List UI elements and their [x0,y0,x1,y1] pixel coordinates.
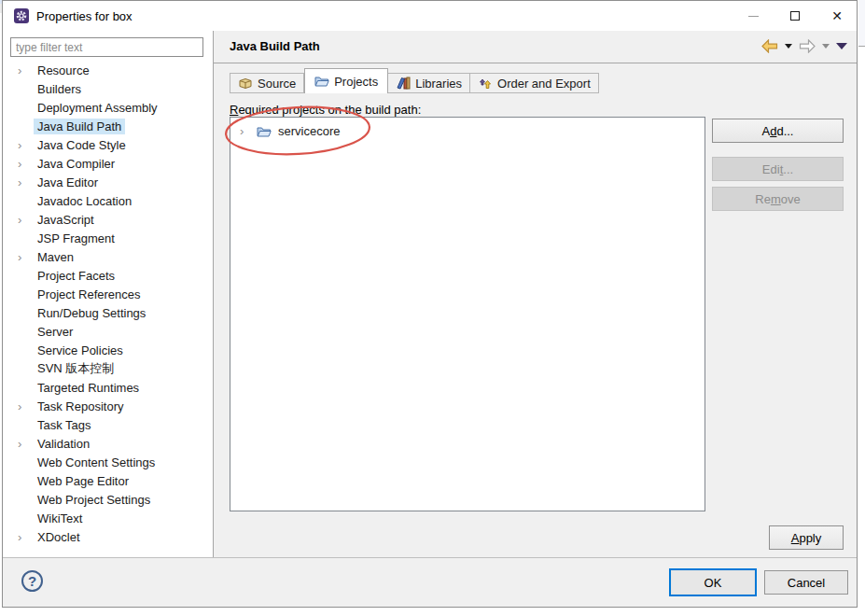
maximize-button[interactable] [788,9,802,22]
required-projects-label: Required projects on the build path: [230,103,421,117]
ok-button[interactable]: OK [671,570,755,595]
add-button[interactable]: Add... [712,119,844,143]
question-mark-icon: ? [28,573,36,589]
sidebar-item-label: Web Content Settings [34,455,159,470]
tab-order-and-export[interactable]: Order and Export [470,73,599,93]
chevron-right-icon[interactable]: › [18,399,34,413]
sidebar-item-label: Java Code Style [34,137,130,153]
sidebar-item[interactable]: › Builders [3,79,212,98]
edit-button[interactable]: Edit... [712,157,844,181]
sidebar-item[interactable]: › Project Facets [3,266,212,285]
sidebar-item[interactable]: › WikiText [3,509,212,527]
sidebar-item-label: Task Repository [34,399,127,414]
screenshot-root: Properties for box ✕ › Resource › [0,0,865,616]
sidebar-item-label: Task Tags [34,417,95,433]
sidebar-item[interactable]: › Server [3,322,212,341]
close-button[interactable]: ✕ [830,9,844,22]
sidebar-item-label: Service Policies [34,343,127,358]
tab-label: Projects [334,75,378,89]
sidebar-item[interactable]: › Web Page Editor [3,471,212,490]
sidebar-item[interactable]: › XDoclet [3,527,212,546]
sidebar: › Resource › Builders › Deployment Assem… [3,31,214,558]
sidebar-item[interactable]: › Run/Debug Settings [3,303,212,322]
chevron-right-icon[interactable]: › [18,213,34,227]
sidebar-item-label: Server [34,324,77,340]
sidebar-item[interactable]: › Javadoc Location [3,191,212,210]
chevron-right-icon[interactable]: › [18,157,34,171]
sidebar-item[interactable]: › SVN 版本控制 [3,359,212,378]
sidebar-item[interactable]: › Deployment Assembly [3,98,212,117]
sidebar-item[interactable]: › Web Project Settings [3,490,212,509]
history-nav [761,39,847,53]
back-history-dropdown-icon[interactable] [785,44,792,49]
remove-button[interactable]: Remove [712,187,844,211]
chevron-right-icon[interactable]: › [240,124,253,138]
sidebar-item[interactable]: › Service Policies [3,341,212,359]
window-controls: ✕ [746,1,844,31]
sidebar-item-label: Run/Debug Settings [34,305,149,321]
sidebar-item-label: Project References [34,287,145,302]
page-header: Java Build Path [214,31,857,63]
background-window-fragment [858,0,865,47]
back-icon[interactable] [761,39,778,53]
sidebar-item[interactable]: › Validation [3,434,212,453]
forward-icon [799,39,816,53]
tab-label: Order and Export [497,77,591,91]
sidebar-item[interactable]: › Task Tags [3,415,212,434]
sidebar-item[interactable]: › Task Repository [3,397,212,415]
books-icon [396,76,411,91]
help-button[interactable]: ? [21,570,43,592]
gear-icon [14,8,29,23]
sidebar-item[interactable]: › Maven [3,247,212,266]
sidebar-item[interactable]: › Java Code Style [3,135,212,154]
sidebar-item-label: Validation [34,436,93,452]
chevron-right-icon[interactable]: › [18,175,34,189]
chevron-right-icon[interactable]: › [18,250,34,264]
view-menu-icon[interactable] [836,43,847,49]
tab-label: Libraries [415,77,462,91]
sidebar-item[interactable]: › Targeted Runtimes [3,378,212,397]
sidebar-item[interactable]: › Java Compiler [3,154,212,173]
cancel-button[interactable]: Cancel [764,570,848,595]
chevron-right-icon[interactable]: › [18,437,34,451]
chevron-right-icon[interactable]: › [18,530,34,544]
java-build-path-panel: Source Projects [214,63,857,558]
apply-button[interactable]: Apply [769,525,844,550]
tab-projects[interactable]: Projects [304,68,388,93]
sidebar-item[interactable]: › JavaScript [3,210,212,229]
filter-input[interactable] [10,37,203,57]
minimize-button[interactable] [746,9,760,22]
sidebar-item[interactable]: › JSP Fragment [3,229,212,247]
sidebar-item-label: Builders [34,81,85,97]
project-row-servicecore[interactable]: › servicecore [230,121,705,141]
chevron-right-icon[interactable]: › [18,63,34,77]
project-label: servicecore [278,124,340,138]
tab-libraries[interactable]: Libraries [388,73,470,93]
sidebar-item-label: Java Editor [34,175,102,190]
sidebar-item[interactable]: › Java Build Path [3,117,212,135]
dialog-footer: ? OK Cancel [3,557,857,607]
sidebar-item-label: Resource [34,63,93,78]
tab-bar: Source Projects [230,68,599,93]
tab-source[interactable]: Source [230,73,304,93]
sidebar-item-label: XDoclet [34,529,84,545]
sidebar-item-label: JSP Fragment [34,231,119,246]
forward-history-dropdown-icon[interactable] [822,44,830,49]
sidebar-item[interactable]: › Java Editor [3,173,212,191]
sidebar-item-label: Java Compiler [34,156,119,172]
open-folder-icon [257,124,272,139]
required-projects-list[interactable]: › servicecore [230,117,705,511]
sidebar-item[interactable]: › Project References [3,285,212,303]
title-bar[interactable]: Properties for box ✕ [3,1,857,31]
page-title: Java Build Path [230,39,320,53]
sidebar-item-label: Java Build Path [34,119,125,134]
order-arrows-icon [478,76,493,91]
sidebar-item-label: WikiText [34,511,86,526]
sidebar-item[interactable]: › Resource [3,61,212,79]
sidebar-item-label: Web Page Editor [34,473,133,489]
sidebar-item-label: JavaScript [34,212,98,228]
sidebar-item-label: Maven [34,249,77,265]
chevron-right-icon[interactable]: › [18,138,34,152]
sidebar-item-label: Targeted Runtimes [34,380,143,396]
sidebar-item[interactable]: › Web Content Settings [3,453,212,471]
